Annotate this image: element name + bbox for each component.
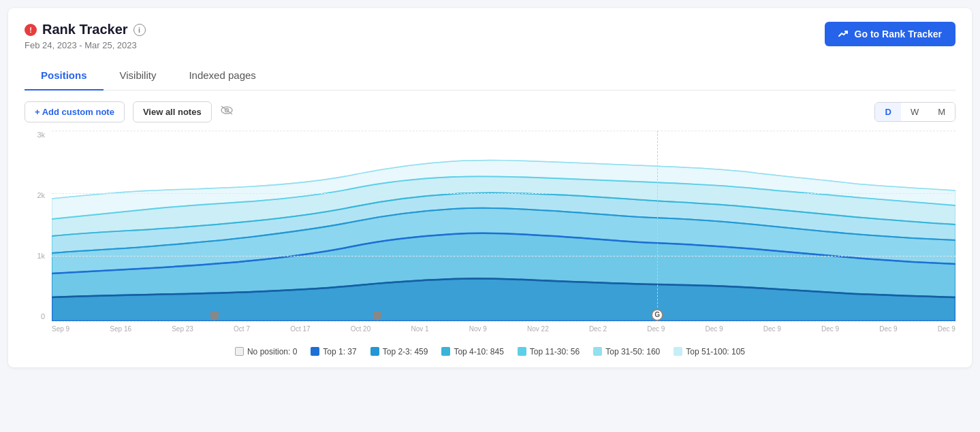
add-note-label: + Add custom note xyxy=(35,107,114,117)
x-label-dec9-2: Dec 9 xyxy=(705,325,723,333)
dashed-vertical-line xyxy=(657,131,658,321)
trend-icon xyxy=(838,29,849,39)
grid-line-top xyxy=(52,131,955,131)
legend-top11-30-label: Top 11-30: 56 xyxy=(530,347,580,356)
legend-no-position[interactable]: No position: 0 xyxy=(235,347,297,356)
tab-indexed-pages[interactable]: Indexed pages xyxy=(172,61,272,90)
x-label-oct20: Oct 20 xyxy=(351,325,370,333)
chart-svg-wrapper: G xyxy=(52,131,955,321)
chart-area: 3k 2k 1k 0 G xyxy=(25,131,955,342)
title-block: ! Rank Tracker i Feb 24, 2023 - Mar 25, … xyxy=(25,22,146,50)
chart-legend: No position: 0 Top 1: 37 Top 2-3: 459 To… xyxy=(25,342,955,356)
grid-line-mid2 xyxy=(52,256,955,256)
legend-top31-50-box xyxy=(593,347,602,356)
x-label-oct7: Oct 7 xyxy=(234,325,250,333)
x-label-nov1: Nov 1 xyxy=(411,325,428,333)
y-axis: 3k 2k 1k 0 xyxy=(25,131,49,321)
x-label-dec9-4: Dec 9 xyxy=(821,325,839,333)
x-label-sep23: Sep 23 xyxy=(172,325,193,333)
legend-top31-50[interactable]: Top 31-50: 160 xyxy=(593,347,660,356)
header-row: ! Rank Tracker i Feb 24, 2023 - Mar 25, … xyxy=(25,22,955,50)
legend-top2-3-label: Top 2-3: 459 xyxy=(383,347,428,356)
go-to-rank-tracker-button[interactable]: Go to Rank Tracker xyxy=(825,22,955,46)
grid-line-mid1 xyxy=(52,193,955,194)
legend-top4-10-label: Top 4-10: 845 xyxy=(454,347,503,356)
toolbar-left: + Add custom note View all notes xyxy=(25,101,234,122)
x-label-dec9-6: Dec 9 xyxy=(938,325,955,333)
y-label-0: 0 xyxy=(41,312,45,320)
g-marker[interactable]: G xyxy=(651,309,663,321)
legend-top1-label: Top 1: 37 xyxy=(323,347,356,356)
y-label-3k: 3k xyxy=(37,131,45,139)
chart-toolbar: + Add custom note View all notes D W M xyxy=(25,101,955,122)
legend-top4-10-box xyxy=(441,347,450,356)
legend-top2-3[interactable]: Top 2-3: 459 xyxy=(370,347,428,356)
note-marker-1[interactable] xyxy=(210,312,219,321)
y-label-2k: 2k xyxy=(37,191,45,199)
add-custom-note-button[interactable]: + Add custom note xyxy=(25,101,125,122)
go-button-label: Go to Rank Tracker xyxy=(855,29,942,39)
legend-top51-100[interactable]: Top 51-100: 105 xyxy=(674,347,745,356)
x-label-nov9: Nov 9 xyxy=(469,325,487,333)
legend-top1-box xyxy=(311,347,319,356)
date-range: Feb 24, 2023 - Mar 25, 2023 xyxy=(25,40,146,50)
period-day-button[interactable]: D xyxy=(875,103,900,121)
chart-svg xyxy=(52,131,955,321)
legend-no-position-box xyxy=(235,347,244,356)
x-label-sep16: Sep 16 xyxy=(110,325,131,333)
legend-no-position-label: No position: 0 xyxy=(247,347,297,356)
legend-top51-100-box xyxy=(674,347,682,356)
x-label-sep9: Sep 9 xyxy=(52,325,69,333)
y-label-1k: 1k xyxy=(37,252,45,260)
view-all-notes-button[interactable]: View all notes xyxy=(133,101,212,122)
error-dot: ! xyxy=(25,24,37,36)
tabs-bar: Positions Visibility Indexed pages xyxy=(25,61,955,90)
page-title: Rank Tracker xyxy=(42,22,128,37)
x-label-dec9-5: Dec 9 xyxy=(879,325,897,333)
x-label-nov22: Nov 22 xyxy=(527,325,549,333)
tab-visibility[interactable]: Visibility xyxy=(104,61,173,90)
legend-top2-3-box xyxy=(370,347,379,356)
tab-positions[interactable]: Positions xyxy=(25,61,104,90)
title-line: ! Rank Tracker i xyxy=(25,22,146,37)
legend-top1[interactable]: Top 1: 37 xyxy=(311,347,356,356)
view-notes-label: View all notes xyxy=(143,107,202,117)
x-axis: Sep 9 Sep 16 Sep 23 Oct 7 Oct 17 Oct 20 … xyxy=(52,321,955,342)
rank-tracker-card: ! Rank Tracker i Feb 24, 2023 - Mar 25, … xyxy=(8,8,972,367)
period-buttons: D W M xyxy=(874,102,955,122)
legend-top51-100-label: Top 51-100: 105 xyxy=(686,347,745,356)
note-marker-2[interactable] xyxy=(373,312,381,321)
period-month-button[interactable]: M xyxy=(928,103,955,121)
x-label-dec2: Dec 2 xyxy=(589,325,607,333)
legend-top4-10[interactable]: Top 4-10: 845 xyxy=(441,347,503,356)
info-icon[interactable]: i xyxy=(133,24,146,36)
legend-top11-30[interactable]: Top 11-30: 56 xyxy=(518,347,580,356)
eye-slash-icon[interactable] xyxy=(220,105,234,118)
legend-top31-50-label: Top 31-50: 160 xyxy=(605,347,660,356)
x-label-dec9-1: Dec 9 xyxy=(647,325,665,333)
x-label-oct17: Oct 17 xyxy=(290,325,310,333)
x-label-dec9-3: Dec 9 xyxy=(763,325,781,333)
legend-top11-30-box xyxy=(518,347,526,356)
period-week-button[interactable]: W xyxy=(901,103,928,121)
